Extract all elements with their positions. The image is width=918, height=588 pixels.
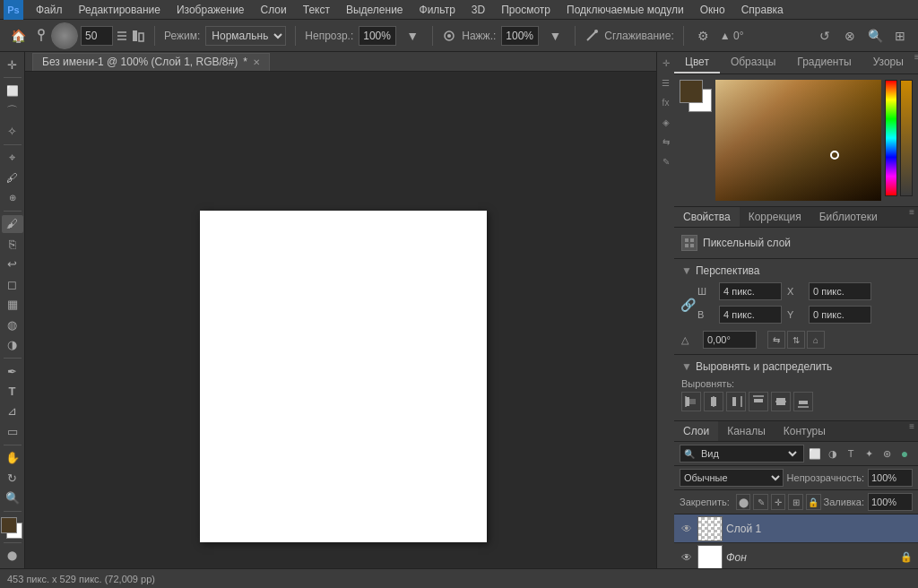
color-tab-swatches[interactable]: Образцы: [720, 52, 786, 74]
tool-lasso[interactable]: ⌒: [2, 102, 23, 120]
tool-hand[interactable]: ✋: [2, 448, 23, 466]
color-swatches[interactable]: [1, 517, 24, 537]
canvas-tool-4[interactable]: ⇆: [659, 134, 673, 149]
menu-file[interactable]: Файл: [29, 2, 70, 18]
align-right-btn[interactable]: [726, 392, 746, 411]
prop-tab-libraries[interactable]: Библиотеки: [810, 207, 887, 227]
flip-v-btn[interactable]: ⇅: [787, 331, 805, 349]
tool-brush[interactable]: 🖌: [2, 215, 23, 233]
fg-color-swatch[interactable]: [1, 517, 17, 533]
menu-image[interactable]: Изображение: [169, 2, 252, 18]
opacity-input[interactable]: 100%: [359, 26, 396, 46]
blend-mode-select[interactable]: Обычные: [680, 469, 784, 487]
filter-pixel-btn[interactable]: ⬜: [807, 445, 823, 462]
layers-tab-layers[interactable]: Слои: [674, 421, 718, 441]
lock-paint-btn[interactable]: ✎: [753, 494, 768, 510]
settings-icon[interactable]: ⚙: [693, 25, 714, 47]
tool-move[interactable]: ✛: [2, 56, 23, 74]
tool-clone-stamp[interactable]: ⎘: [2, 235, 23, 253]
opacity-value-input[interactable]: 100%: [868, 469, 913, 487]
tool-path-select[interactable]: ⊿: [2, 402, 23, 420]
tool-quick-select[interactable]: ✧: [2, 122, 23, 140]
brush-preview[interactable]: [51, 22, 78, 49]
color-panel-menu[interactable]: ≡: [914, 52, 918, 74]
warp-btn[interactable]: ⌂: [807, 331, 825, 349]
lock-all-btn[interactable]: 🔒: [806, 494, 821, 510]
align-center-h-btn[interactable]: [704, 392, 723, 411]
tool-blur[interactable]: ◍: [2, 316, 23, 333]
layers-tab-channels[interactable]: Каналы: [718, 421, 775, 441]
layer-item[interactable]: 👁 Фон 🔒: [674, 543, 918, 568]
prop-tab-correction[interactable]: Коррекция: [740, 207, 810, 227]
angle-input[interactable]: 0,00°: [703, 331, 757, 349]
tool-spot-heal[interactable]: ⊕: [2, 188, 23, 206]
menu-edit[interactable]: Редактирование: [72, 2, 168, 18]
canvas-content[interactable]: [25, 72, 656, 568]
tool-mask[interactable]: ⬤: [2, 547, 23, 565]
canvas-tool-fx[interactable]: fx: [659, 95, 673, 109]
tool-dodge[interactable]: ◑: [2, 335, 23, 353]
canvas-tool-1[interactable]: ✛: [659, 56, 673, 70]
menu-filter[interactable]: Фильтр: [412, 2, 463, 18]
menu-window[interactable]: Окно: [693, 2, 732, 18]
tool-zoom[interactable]: 🔍: [2, 489, 23, 506]
color-tab-patterns[interactable]: Узоры: [862, 52, 914, 74]
search-icon[interactable]: 🔍: [864, 25, 886, 47]
opacity-options-icon[interactable]: ▼: [402, 25, 423, 47]
color-tab-gradients[interactable]: Градиенты: [786, 52, 862, 74]
menu-text[interactable]: Текст: [296, 2, 337, 18]
fg-color-swatch-panel[interactable]: [680, 80, 703, 103]
tool-shape[interactable]: ▭: [2, 422, 23, 440]
prop-tab-properties[interactable]: Свойства: [674, 207, 740, 227]
canvas-tab-close[interactable]: ✕: [253, 57, 260, 67]
refresh-icon[interactable]: ↺: [814, 25, 836, 47]
properties-panel-menu[interactable]: ≡: [909, 207, 914, 227]
perspective-collapse[interactable]: ▼: [681, 264, 692, 277]
filter-smart-btn[interactable]: ⊛: [879, 445, 895, 462]
menu-help[interactable]: Справка: [734, 2, 791, 18]
align-top-btn[interactable]: [749, 392, 768, 411]
fill-value-input[interactable]: 100%: [868, 493, 913, 511]
menu-view[interactable]: Просмотр: [494, 2, 558, 18]
menu-layers[interactable]: Слои: [254, 2, 294, 18]
tool-eyedropper[interactable]: 🖋: [2, 169, 23, 186]
hue-slider[interactable]: [885, 80, 897, 196]
tool-text[interactable]: T: [2, 382, 23, 400]
home-button[interactable]: 🏠: [7, 25, 29, 47]
h-input[interactable]: 4 пикс.: [719, 306, 782, 324]
flow-input[interactable]: 100%: [501, 26, 539, 46]
color-gradient-area[interactable]: [715, 80, 881, 201]
canvas-tool-2[interactable]: ☰: [659, 75, 673, 90]
tool-crop[interactable]: ⌖: [2, 149, 23, 167]
canvas-tool-5[interactable]: ✎: [659, 154, 673, 169]
lock-artboard-btn[interactable]: ⊞: [788, 494, 803, 510]
alpha-slider[interactable]: [900, 80, 913, 196]
align-left-btn[interactable]: [681, 392, 701, 411]
filter-text-btn[interactable]: T: [843, 445, 859, 462]
tool-rotate[interactable]: ↻: [2, 469, 23, 487]
perspective-lock[interactable]: 🔗: [681, 298, 694, 312]
fg-bg-swatch[interactable]: [680, 80, 712, 112]
tool-history-brush[interactable]: ↩: [2, 255, 23, 273]
tool-select-rect[interactable]: ⬜: [2, 82, 23, 99]
tool-eraser[interactable]: ◻: [2, 275, 23, 293]
tool-gradient[interactable]: ▦: [2, 296, 23, 314]
filter-adjust-btn[interactable]: ◑: [825, 445, 841, 462]
w-input[interactable]: 4 пикс.: [719, 282, 782, 300]
canvas-tab-item[interactable]: Без имени-1 @ 100% (Слой 1, RGB/8#) * ✕: [32, 53, 270, 71]
layers-tab-paths[interactable]: Контуры: [775, 421, 835, 441]
flow-options-icon[interactable]: ▼: [544, 25, 566, 47]
menu-3d[interactable]: 3D: [464, 2, 492, 18]
layer-visibility-toggle[interactable]: 👁: [680, 522, 694, 536]
layer-item[interactable]: 👁 Слой 1: [674, 514, 918, 543]
tool-pen[interactable]: ✒: [2, 362, 23, 380]
layer-kind-search[interactable]: 🔍 Вид: [680, 445, 804, 463]
canvas-tool-3[interactable]: ◈: [659, 115, 673, 129]
align-middle-v-btn[interactable]: [771, 392, 791, 411]
layers-panel-menu[interactable]: ≡: [909, 421, 914, 441]
layer-filter-select[interactable]: Вид: [697, 447, 800, 460]
lock-position-btn[interactable]: ✛: [771, 494, 786, 510]
filter-shape-btn[interactable]: ✦: [861, 445, 877, 462]
menu-select[interactable]: Выделение: [339, 2, 411, 18]
share-icon[interactable]: ⊗: [839, 25, 861, 47]
